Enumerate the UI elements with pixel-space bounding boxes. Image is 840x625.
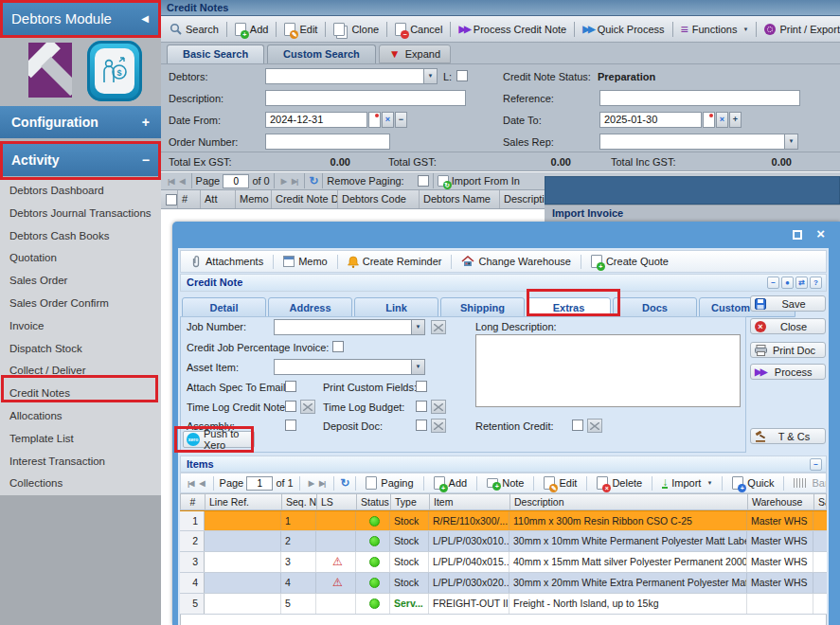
select-all-checkbox[interactable]	[166, 194, 177, 205]
chevron-down-icon[interactable]: ▼	[411, 320, 424, 334]
import-from-invoice-label[interactable]: Import From In	[452, 175, 520, 187]
process-button[interactable]: ▶▶ Process	[750, 364, 826, 380]
print-export-button[interactable]: Print / Export ▼	[760, 22, 840, 37]
col-memo[interactable]: Memo	[236, 190, 272, 208]
barcode-button[interactable]: Barcode	[790, 475, 827, 491]
col-credit-note-date[interactable]: Credit Note Date	[272, 190, 338, 208]
sidebar-item-quotation[interactable]: Quotation	[0, 247, 161, 270]
deposit-shuffle-button[interactable]	[431, 419, 446, 433]
table-row[interactable]: 5 5 Serv... FREIGHT-OUT II Freight - Nor…	[180, 594, 827, 615]
attachments-button[interactable]: Attachments	[187, 253, 267, 270]
calendar-icon[interactable]	[368, 112, 381, 128]
items-add-button[interactable]: +Add	[430, 474, 472, 491]
refresh-icon[interactable]: ↻	[309, 174, 318, 188]
items-quick-button[interactable]: +Quick	[728, 474, 777, 491]
budget-shuffle-button[interactable]	[431, 400, 446, 414]
print-doc-button[interactable]: Print Doc	[750, 342, 826, 358]
sidebar-item-debtors-journal-transactions[interactable]: Debtors Journal Transactions	[0, 203, 161, 225]
sidebar-section-activity[interactable]: Activity −	[0, 144, 161, 176]
page-number-input[interactable]	[223, 174, 249, 188]
attach-spec-checkbox[interactable]	[285, 381, 296, 392]
close-icon[interactable]: ×	[816, 225, 825, 241]
assembly-checkbox[interactable]	[285, 420, 296, 431]
add-button[interactable]: + Add	[231, 21, 273, 38]
time-log-shuffle-button[interactable]	[300, 400, 315, 414]
push-to-xero-button[interactable]: xero Push to Xero	[183, 431, 255, 448]
minimize-panel-icon[interactable]: −	[767, 277, 779, 289]
tab-address[interactable]: Address	[268, 297, 352, 317]
date-to-input[interactable]: 2025-01-30	[599, 112, 702, 128]
items-first-page-button[interactable]: |◀	[185, 479, 196, 488]
remove-paging-checkbox[interactable]	[418, 175, 429, 187]
paging-button[interactable]: Paging	[362, 474, 417, 491]
last-page-button[interactable]: ▶|	[289, 177, 300, 186]
items-import-button[interactable]: ↓Import▼	[658, 475, 716, 491]
col-type[interactable]: Type	[391, 494, 430, 509]
col-description[interactable]: Description	[510, 494, 748, 509]
save-button[interactable]: Save	[750, 295, 826, 312]
swap-icon[interactable]: ⇄	[795, 277, 808, 289]
sidebar-item-debtors-dashboard[interactable]: Debtors Dashboard	[0, 180, 161, 203]
next-page-button[interactable]: ▶	[278, 177, 289, 186]
col-item[interactable]: Item	[430, 494, 510, 509]
items-note-button[interactable]: +Note	[483, 475, 527, 491]
items-delete-button[interactable]: ×Delete	[593, 474, 646, 491]
first-page-button[interactable]: |◀	[165, 177, 176, 186]
retention-credit-checkbox[interactable]	[572, 420, 583, 431]
expand-button[interactable]: ▼ Expand	[379, 45, 451, 63]
retention-shuffle-button[interactable]	[587, 419, 602, 433]
col-sal[interactable]: Sal	[814, 494, 826, 509]
tab-link[interactable]: Link	[354, 297, 438, 317]
tab-docs[interactable]: Docs	[613, 297, 697, 317]
col-ls[interactable]: LS	[317, 494, 357, 509]
chevron-down-icon[interactable]: ▼	[784, 134, 797, 149]
col-line-ref[interactable]: Line Ref.	[206, 494, 282, 509]
clone-button[interactable]: Clone	[330, 21, 383, 38]
sidebar-item-collections[interactable]: Collections	[0, 473, 161, 495]
deposit-doc-checkbox[interactable]	[416, 420, 427, 431]
col-att[interactable]: Att	[201, 190, 236, 208]
time-log-budget-checkbox[interactable]	[416, 401, 427, 412]
expand-section-icon[interactable]: +	[142, 106, 150, 138]
table-row[interactable]: 1 1 Stock R/RE/110x300/... 110mm x 300m …	[180, 510, 827, 531]
col-status[interactable]: Status	[357, 494, 391, 509]
job-number-dropdown[interactable]: ▼	[274, 319, 425, 335]
date-minus-button[interactable]: −	[395, 112, 407, 128]
process-credit-note-button[interactable]: ▶▶ Process Credit Note	[455, 22, 570, 37]
sidebar-item-dispatch-stock[interactable]: Dispatch Stock	[0, 338, 161, 361]
collapse-sidebar-icon[interactable]: ◀	[141, 0, 149, 38]
table-row[interactable]: 3 3 ⚠ Stock L/PL/P/040x015... 40mm x 15m…	[180, 552, 827, 573]
items-next-page-button[interactable]: ▶	[306, 479, 316, 488]
items-page-input[interactable]	[246, 476, 273, 491]
sidebar-item-invoice[interactable]: Invoice	[0, 315, 161, 338]
prev-page-button[interactable]: ◀	[176, 177, 187, 186]
create-reminder-button[interactable]: Create Reminder	[344, 254, 446, 270]
col-warehouse[interactable]: Warehouse	[748, 494, 814, 509]
sidebar-item-allocations[interactable]: Allocations	[0, 405, 161, 428]
items-refresh-icon[interactable]: ↻	[340, 476, 349, 490]
cancel-button[interactable]: − Cancel	[391, 21, 446, 38]
order-number-input[interactable]	[265, 134, 390, 150]
sidebar-section-configuration[interactable]: Configuration +	[0, 106, 161, 138]
change-warehouse-button[interactable]: Change Warehouse	[457, 254, 574, 269]
sidebar-item-sales-order[interactable]: Sales Order	[0, 270, 161, 293]
reference-input[interactable]	[599, 90, 800, 106]
edit-button[interactable]: ✎ Edit	[280, 21, 321, 38]
job-shuffle-button[interactable]	[431, 320, 446, 334]
date-plus-button[interactable]: +	[729, 112, 742, 128]
long-description-textarea[interactable]	[475, 334, 741, 407]
items-prev-page-button[interactable]: ◀	[196, 479, 206, 488]
functions-button[interactable]: ≡ Functions ▼	[677, 22, 753, 37]
col-debtors-code[interactable]: Debtors Code	[338, 190, 420, 208]
date-from-input[interactable]: 2024-12-31	[265, 112, 367, 128]
tab-basic-search[interactable]: Basic Search	[167, 45, 264, 63]
items-last-page-button[interactable]: ▶|	[316, 479, 328, 488]
asset-item-dropdown[interactable]: ▼	[274, 359, 425, 375]
collapse-section-icon[interactable]: −	[142, 144, 150, 176]
col-seq-no[interactable]: Seq. No.	[282, 494, 317, 509]
settings-icon[interactable]: ●	[781, 277, 794, 289]
tab-custom-search[interactable]: Custom Search	[267, 45, 376, 63]
sidebar-item-collect-deliver[interactable]: Collect / Deliver	[0, 360, 161, 383]
tab-detail[interactable]: Detail	[182, 297, 266, 317]
credit-job-percentage-checkbox[interactable]	[332, 341, 344, 352]
